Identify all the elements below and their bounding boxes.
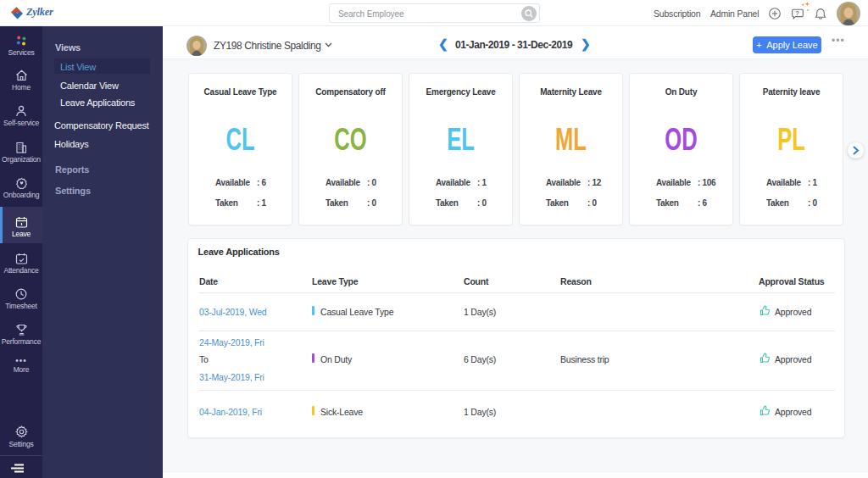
svg-text:?: ? [796,10,799,16]
